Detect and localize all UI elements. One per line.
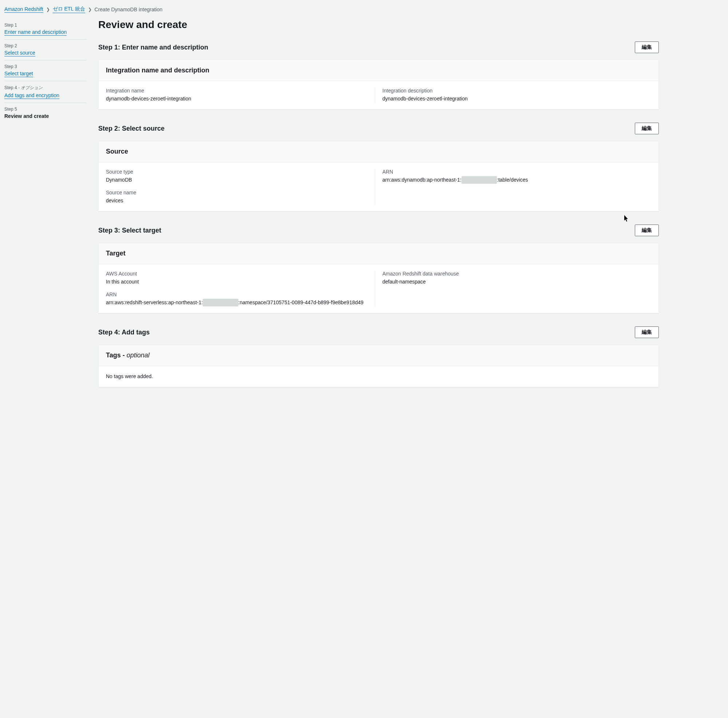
panel-integration-name: Integration name and description Integra… xyxy=(98,60,659,110)
breadcrumb-mid-link[interactable]: ゼロ ETL 統合 xyxy=(53,6,85,13)
step-title: Select source xyxy=(5,50,87,56)
step-title: Add tags and encryption xyxy=(5,92,87,98)
breadcrumb-current: Create DynamoDB integration xyxy=(95,6,163,12)
integration-name-value: dynamodb-devices-zeroetl-integration xyxy=(106,95,375,102)
integration-name-label: Integration name xyxy=(106,88,375,93)
content-area: Review and create Step 1: Enter name and… xyxy=(91,19,666,402)
target-account-value: In this account xyxy=(106,278,375,286)
wizard-sidebar: Step 1 Enter name and description Step 2… xyxy=(0,19,91,402)
edit-step-1-button[interactable]: 編集 xyxy=(635,41,659,53)
step-4-link[interactable]: Add tags and encryption xyxy=(5,92,59,99)
sidebar-step-5: Step 5 Review and create xyxy=(5,103,87,123)
panel-header: Tags - optional xyxy=(99,345,658,366)
panel-tags: Tags - optional No tags were added. xyxy=(98,345,659,387)
source-name-value: devices xyxy=(106,197,375,205)
edit-step-3-button[interactable]: 編集 xyxy=(635,225,659,236)
page-title: Review and create xyxy=(98,19,659,31)
integration-desc-label: Integration description xyxy=(382,88,652,93)
sidebar-step-1: Step 1 Enter name and description xyxy=(5,19,87,40)
section-4-header: Step 4: Add tags 編集 xyxy=(98,327,659,338)
panel-header: Integration name and description xyxy=(99,60,658,81)
mouse-cursor-icon xyxy=(624,215,629,223)
section-1-header: Step 1: Enter name and description 編集 xyxy=(98,41,659,53)
target-account-label: AWS Account xyxy=(106,271,375,277)
step-title: Enter name and description xyxy=(5,29,87,35)
panel-target: Target AWS Account In this account ARN a… xyxy=(98,243,659,313)
step-label: Step 5 xyxy=(5,107,87,112)
step-2-link[interactable]: Select source xyxy=(5,50,35,57)
sidebar-step-4: Step 4 - オプション Add tags and encryption xyxy=(5,81,87,103)
panel-title: Integration name and description xyxy=(106,67,651,74)
breadcrumb: Amazon Redshift ❯ ゼロ ETL 統合 ❯ Create Dyn… xyxy=(0,0,728,19)
panel-title: Source xyxy=(106,148,651,155)
sidebar-step-3: Step 3 Select target xyxy=(5,60,87,81)
section-3-heading: Step 3: Select target xyxy=(98,227,161,234)
target-arn-label: ARN xyxy=(106,292,375,297)
breadcrumb-root-link[interactable]: Amazon Redshift xyxy=(5,6,43,13)
target-dw-value: default-namespace xyxy=(382,278,652,286)
step-title: Select target xyxy=(5,70,87,76)
step-label: Step 3 xyxy=(5,64,87,69)
redacted-account: XXXXXXXXXX xyxy=(462,176,497,184)
section-2-header: Step 2: Select source 編集 xyxy=(98,123,659,134)
source-type-label: Source type xyxy=(106,169,375,175)
panel-title: Target xyxy=(106,250,651,257)
source-arn-value: arn:aws:dynamodb:ap-northeast-1:XXXXXXXX… xyxy=(382,176,652,184)
redacted-account: XXXXXXXXXX xyxy=(203,299,238,306)
sidebar-step-2: Step 2 Select source xyxy=(5,40,87,60)
target-arn-value: arn:aws:redshift-serverless:ap-northeast… xyxy=(106,299,375,306)
panel-header: Source xyxy=(99,141,658,162)
edit-step-4-button[interactable]: 編集 xyxy=(635,327,659,338)
step-title-active: Review and create xyxy=(5,113,87,119)
source-name-label: Source name xyxy=(106,189,375,196)
tags-empty: No tags were added. xyxy=(106,373,651,380)
panel-title: Tags - optional xyxy=(106,351,651,359)
section-4-heading: Step 4: Add tags xyxy=(98,328,150,336)
step-label: Step 2 xyxy=(5,43,87,48)
step-3-link[interactable]: Select target xyxy=(5,70,33,77)
panel-header: Target xyxy=(99,243,658,264)
section-3-header: Step 3: Select target 編集 xyxy=(98,225,659,236)
step-label: Step 1 xyxy=(5,23,87,27)
section-1-heading: Step 1: Enter name and description xyxy=(98,44,208,51)
section-2-heading: Step 2: Select source xyxy=(98,125,165,133)
panel-source: Source Source type DynamoDB Source name … xyxy=(98,141,659,211)
step-label: Step 4 - オプション xyxy=(5,85,87,91)
target-dw-label: Amazon Redshift data warehouse xyxy=(382,271,652,277)
integration-desc-value: dynamodb-devices-zeroetl-integration xyxy=(382,95,652,102)
source-arn-label: ARN xyxy=(382,169,652,175)
chevron-right-icon: ❯ xyxy=(46,7,50,12)
edit-step-2-button[interactable]: 編集 xyxy=(635,123,659,134)
chevron-right-icon: ❯ xyxy=(88,7,92,12)
source-type-value: DynamoDB xyxy=(106,176,375,184)
step-1-link[interactable]: Enter name and description xyxy=(5,29,67,36)
